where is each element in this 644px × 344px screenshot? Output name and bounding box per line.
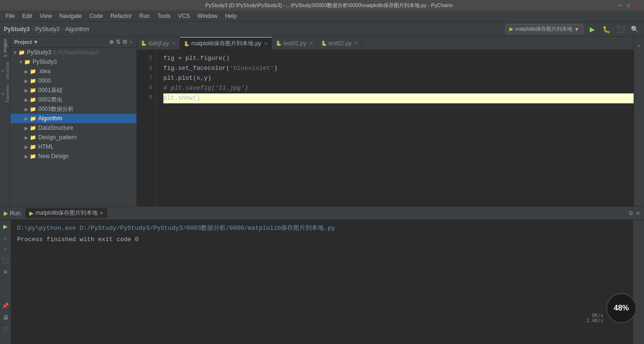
editor-content[interactable]: 5 6 7 8 9 fig = plt.figure() fig.set_fac… <box>137 50 634 206</box>
run-list-button[interactable]: ≡ <box>1 267 10 277</box>
project-collapse-icon[interactable]: − <box>129 39 133 45</box>
run-configuration[interactable]: ▶ matplolib保存图片到本地 ▼ <box>505 24 584 34</box>
tab-close-dalkjf[interactable]: ✕ <box>172 41 176 46</box>
tab-close-test01[interactable]: ✕ <box>309 41 313 46</box>
project-panel: Project ▼ ⊕ ⇅ ⚙ − ▼ 📁 PyStudy3 D:\PyStud… <box>10 37 137 206</box>
project-sort-icon[interactable]: ⇅ <box>116 39 120 45</box>
net-up: 0K/s <box>592 313 603 318</box>
run-pin-button[interactable]: 📌 <box>1 301 10 310</box>
menu-file[interactable]: File <box>2 12 18 20</box>
sidebar-item-project[interactable]: 1: Project <box>1 39 9 58</box>
toolbar: PyStudy3 › PyStudy3 › Algorithm ▶ matplo… <box>0 22 644 37</box>
search-everywhere-button[interactable]: 🔍 <box>629 24 640 35</box>
close-button[interactable]: ✕ <box>634 2 640 8</box>
tree-item-new-design[interactable]: ▶ 📁 New Design <box>10 151 136 161</box>
run-button[interactable]: ▶ <box>586 24 598 35</box>
tab-label-dalkjf: dalkjf.py <box>148 40 169 47</box>
toolbar-right: ▶ matplolib保存图片到本地 ▼ ▶ 🐛 ⬛ 🔍 <box>505 24 640 35</box>
tree-item-datastructure[interactable]: ▶ 📁 DataStructure <box>10 123 136 133</box>
project-panel-title: Project ▼ <box>14 39 38 45</box>
breadcrumb: PyStudy3 › PyStudy3 › Algorithm <box>4 26 503 33</box>
breadcrumb-item-1[interactable]: PyStudy3 <box>4 26 30 33</box>
right-icon-1[interactable]: ≡ <box>635 39 644 53</box>
tree-item-idea[interactable]: ▶ 📁 .idea <box>10 67 136 76</box>
tree-item-design-pattern[interactable]: ▶ 📁 Design_pattern <box>10 133 136 142</box>
code-line-8: # plt.savefig('11.jpg') <box>163 84 634 93</box>
breadcrumb-item-2[interactable]: PyStudy3 <box>35 26 59 33</box>
tree-item-pystudy3[interactable]: ▼ 📁 PyStudy3 <box>10 57 136 67</box>
folder-icon: 📁 <box>18 50 25 56</box>
code-line-6: fig.set_facecolor('blueviolet') <box>163 64 634 74</box>
menu-window[interactable]: Window <box>194 12 221 20</box>
tab-close-test02[interactable]: ✕ <box>354 41 358 46</box>
tab-close-matplolib[interactable]: ✕ <box>264 41 268 46</box>
right-sidebar-icons: ≡ <box>634 37 644 206</box>
debug-button[interactable]: 🐛 <box>601 24 612 35</box>
tab-dalkjf[interactable]: 🐍 dalkjf.py ✕ <box>137 37 180 50</box>
editor-area: 🐍 dalkjf.py ✕ 🐍 matplolib保存图片到本地.py ✕ 🐍 … <box>137 37 634 206</box>
run-settings-icon[interactable]: ⚙ <box>628 210 634 217</box>
py-icon-test01: 🐍 <box>276 41 281 46</box>
run-up-button[interactable]: ▲ <box>1 233 10 243</box>
menu-tools[interactable]: Tools <box>153 12 174 20</box>
minimize-button[interactable]: ─ <box>617 2 623 8</box>
run-label: ▶ Run: <box>4 210 22 217</box>
menu-help[interactable]: Help <box>221 12 241 20</box>
run-header-right: ⚙ ✕ <box>628 210 640 217</box>
run-restart-button[interactable]: ▶ <box>1 222 10 231</box>
tree-arrow-idea: ▶ <box>24 69 29 74</box>
menu-code[interactable]: Code <box>85 12 107 20</box>
run-tab-close[interactable]: ✕ <box>100 210 103 216</box>
run-down-button[interactable]: ▼ <box>1 244 10 254</box>
run-close-icon[interactable]: ✕ <box>636 210 640 217</box>
tree-arrow-0003: ▶ <box>24 107 29 112</box>
tree-item-0002[interactable]: ▶ 📁 0002爬虫 <box>10 95 136 104</box>
folder-icon-0003: 📁 <box>29 106 37 112</box>
folder-icon-0001: 📁 <box>29 87 37 93</box>
run-delete-button[interactable]: 🗑 <box>1 324 10 333</box>
tree-arrow-html: ▶ <box>24 144 29 150</box>
code-area[interactable]: fig = plt.figure() fig.set_facecolor('bl… <box>156 50 634 206</box>
menu-view[interactable]: View <box>36 12 56 20</box>
run-stop-button[interactable]: ⬛ <box>1 256 10 265</box>
maximize-button[interactable]: □ <box>625 2 632 8</box>
tree-item-0000[interactable]: ▶ 📁 0000 <box>10 76 136 85</box>
run-tab-label: matplolib保存图片到本地 <box>35 209 98 217</box>
tree-item-algorithm[interactable]: ▶ 📁 Algorithm <box>10 114 136 123</box>
tab-test01[interactable]: 🐍 test01.py ✕ <box>272 37 317 50</box>
tree-arrow-0001: ▶ <box>24 88 29 93</box>
tree-item-root[interactable]: ▼ 📁 PyStudy3 D:\PyStudy\PyStudy3 <box>10 48 136 57</box>
code-line-5: fig = plt.figure() <box>163 54 634 64</box>
breadcrumb-item-3[interactable]: Algorithm <box>65 26 89 33</box>
folder-icon-new-design: 📁 <box>29 153 37 159</box>
menu-run[interactable]: Run <box>136 12 153 20</box>
run-sortdown-button[interactable]: ↓ <box>1 290 10 299</box>
tree-item-html[interactable]: ▶ 📁 HTML <box>10 142 136 151</box>
tab-label-matplolib: matplolib保存图片到本地.py <box>191 40 261 48</box>
tree-item-0003[interactable]: ▶ 📁 0003数据分析 <box>10 104 136 114</box>
folder-icon-0002: 📁 <box>29 97 37 103</box>
stop-button[interactable]: ⬛ <box>615 24 626 35</box>
menu-navigate[interactable]: Navigate <box>56 12 85 20</box>
project-add-icon[interactable]: ⊕ <box>109 39 114 45</box>
menu-refactor[interactable]: Refactor <box>107 12 136 20</box>
sidebar-item-structure[interactable]: 7: Structure <box>1 61 9 80</box>
line-numbers: 5 6 7 8 9 <box>137 50 156 206</box>
run-left-toolbar: ▶ ▲ ▼ ⬛ ≡ ↑ ↓ 📌 🖨 🗑 <box>0 220 11 344</box>
sidebar-item-favorites[interactable]: 2: Favorites <box>1 84 9 103</box>
menu-vcs[interactable]: VCS <box>174 12 194 20</box>
project-settings-icon[interactable]: ⚙ <box>122 39 127 45</box>
tree-arrow-new-design: ▶ <box>24 154 29 159</box>
tab-label-test02: test02.py <box>329 40 352 47</box>
run-print-button[interactable]: 🖨 <box>1 312 10 322</box>
tab-matplolib[interactable]: 🐍 matplolib保存图片到本地.py ✕ <box>180 37 272 50</box>
run-right-toolbar <box>633 220 644 344</box>
run-sortup-button[interactable]: ↑ <box>1 278 10 288</box>
run-tab-matplolib[interactable]: ▶ matplolib保存图片到本地 ✕ <box>25 208 107 218</box>
tree-item-0001[interactable]: ▶ 📁 0001基础 <box>10 85 136 95</box>
project-header-icons: ⊕ ⇅ ⚙ − <box>109 39 133 45</box>
menu-edit[interactable]: Edit <box>18 12 36 20</box>
left-sidebar-icons: 1: Project 7: Structure 2: Favorites <box>0 37 10 206</box>
tab-test02[interactable]: 🐍 test02.py ✕ <box>317 37 363 50</box>
run-icon: ▶ <box>4 210 8 217</box>
